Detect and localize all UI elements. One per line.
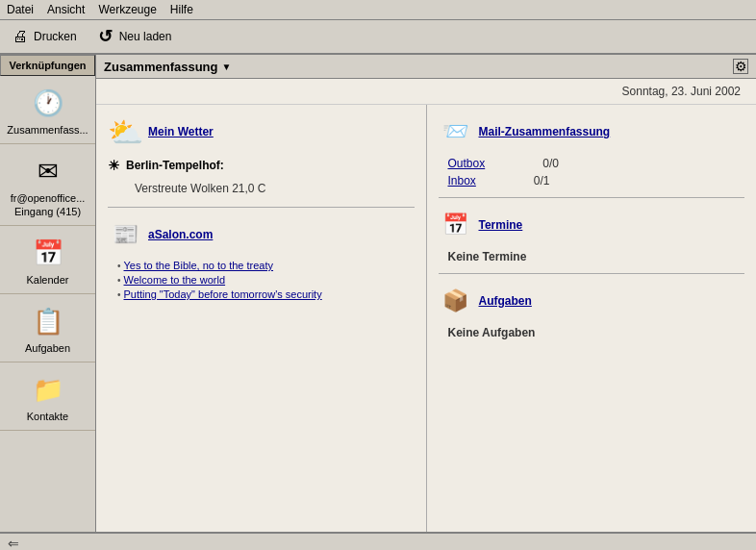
aufgaben-no-items: Keine Aufgaben [448, 326, 745, 339]
sidebar-item-zusammenfassung[interactable]: Zusammenfass... [0, 76, 95, 144]
reload-label: Neu laden [119, 30, 172, 43]
weather-title-link[interactable]: Mein Wetter [148, 125, 214, 138]
sidebar-email-label1: fr@openoffice... [11, 192, 86, 204]
summary-title-text: Zusammenfassung [104, 60, 217, 74]
menu-hilfe[interactable]: Hilfe [167, 2, 196, 17]
aufgaben-section-header: Aufgaben [439, 284, 745, 318]
summary-header: Zusammenfassung ▼ ⚙ [96, 55, 756, 79]
inbox-count: 0/1 [534, 174, 550, 188]
summary-title-button[interactable]: Zusammenfassung ▼ [104, 60, 231, 74]
contacts-icon [25, 370, 71, 409]
right-column: Mail-Zusammenfassung Outbox 0/0 Inbox 0/… [427, 105, 757, 532]
news-link-2[interactable]: Welcome to the world [124, 274, 226, 286]
weather-section-header: Mein Wetter [108, 114, 415, 149]
menubar: Datei Ansicht Werkzeuge Hilfe [0, 0, 756, 20]
sidebar-item-email[interactable]: fr@openoffice... Eingang (415) [0, 144, 95, 226]
news-section-header: aSalon.com [108, 217, 415, 252]
weather-location: Berlin-Tempelhof: [108, 157, 415, 174]
aufgaben-title-link[interactable]: Aufgaben [479, 294, 532, 308]
tasks-icon [25, 302, 71, 340]
sun-icon [108, 157, 120, 174]
weather-cloud-icon [108, 114, 142, 149]
news-list: Yes to the Bible, no to the treaty Welco… [108, 260, 415, 300]
sidebar-aufgaben-label: Aufgaben [25, 342, 70, 354]
outbox-link[interactable]: Outbox [448, 157, 486, 170]
termine-separator [439, 273, 745, 274]
menu-werkzeuge[interactable]: Werkzeuge [95, 2, 159, 17]
inbox-link[interactable]: Inbox [448, 174, 476, 188]
termine-title-link[interactable]: Termine [479, 218, 523, 232]
sidebar-kalender-label: Kalender [26, 274, 68, 286]
termine-no-items: Keine Termine [448, 250, 745, 263]
date-header: Sonntag, 23. Juni 2002 [96, 79, 756, 105]
statusbar: ⇐ [0, 532, 756, 550]
current-date: Sonntag, 23. Juni 2002 [622, 85, 741, 98]
printer-icon [11, 27, 30, 46]
aufgaben-icon [439, 284, 473, 318]
menu-datei[interactable]: Datei [4, 2, 37, 17]
sidebar-item-kontakte[interactable]: Kontakte [0, 362, 95, 431]
news-icon [108, 217, 142, 252]
sidebar-item-aufgaben[interactable]: Aufgaben [0, 294, 95, 362]
two-col-layout: Mein Wetter Berlin-Tempelhof: Verstreute… [96, 105, 756, 532]
weather-separator [108, 207, 415, 208]
weather-location-name: Berlin-Tempelhof: [126, 159, 224, 172]
sidebar-item-zusammenfassung-label: Zusammenfass... [7, 124, 88, 136]
sidebar-kontakte-label: Kontakte [27, 411, 68, 422]
mail-title-link[interactable]: Mail-Zusammenfassung [479, 125, 611, 138]
sidebar-item-kalender[interactable]: Kalender [0, 226, 95, 294]
menu-ansicht[interactable]: Ansicht [44, 2, 88, 17]
mail-separator [439, 197, 745, 198]
statusbar-icon: ⇐ [8, 536, 19, 550]
content-area: Zusammenfassung ▼ ⚙ Sonntag, 23. Juni 20… [96, 55, 756, 532]
toolbar: Drucken Neu laden [0, 20, 756, 55]
mail-inbox-row: Inbox 0/1 [448, 174, 745, 188]
mail-table: Outbox 0/0 Inbox 0/1 [448, 157, 745, 188]
clock-icon [25, 84, 71, 122]
print-label: Drucken [34, 30, 77, 43]
termine-icon [439, 208, 473, 242]
outbox-count: 0/0 [542, 157, 559, 170]
news-link-3[interactable]: Putting "Today" before tomorrow's securi… [124, 288, 322, 300]
news-item-1: Yes to the Bible, no to the treaty [117, 260, 415, 271]
news-item-3: Putting "Today" before tomorrow's securi… [117, 288, 415, 300]
news-item-2: Welcome to the world [117, 274, 415, 286]
left-column: Mein Wetter Berlin-Tempelhof: Verstreute… [96, 105, 427, 532]
sidebar: Verknüpfungen Zusammenfass... fr@openoff… [0, 55, 96, 532]
termine-section-header: Termine [439, 208, 745, 242]
mail-outbox-row: Outbox 0/0 [448, 157, 745, 170]
summary-content: Sonntag, 23. Juni 2002 Mein Wetter Berli… [96, 79, 756, 532]
news-link-1[interactable]: Yes to the Bible, no to the treaty [124, 260, 274, 271]
mail-section-header: Mail-Zusammenfassung [439, 114, 745, 149]
calendar-icon [25, 234, 71, 272]
weather-description: Verstreute Wolken 21,0 C [135, 182, 415, 195]
mail-summary-icon [439, 114, 473, 149]
settings-icon[interactable]: ⚙ [733, 59, 748, 74]
print-button[interactable]: Drucken [6, 24, 82, 49]
news-title-link[interactable]: aSalon.com [148, 228, 213, 241]
sidebar-email-label2: Eingang (415) [14, 206, 81, 217]
refresh-icon [96, 27, 115, 46]
mail-icon [25, 152, 71, 190]
dropdown-arrow-icon: ▼ [221, 62, 231, 72]
reload-button[interactable]: Neu laden [91, 24, 177, 49]
main-container: Verknüpfungen Zusammenfass... fr@openoff… [0, 55, 756, 532]
sidebar-top-button[interactable]: Verknüpfungen [0, 55, 95, 76]
